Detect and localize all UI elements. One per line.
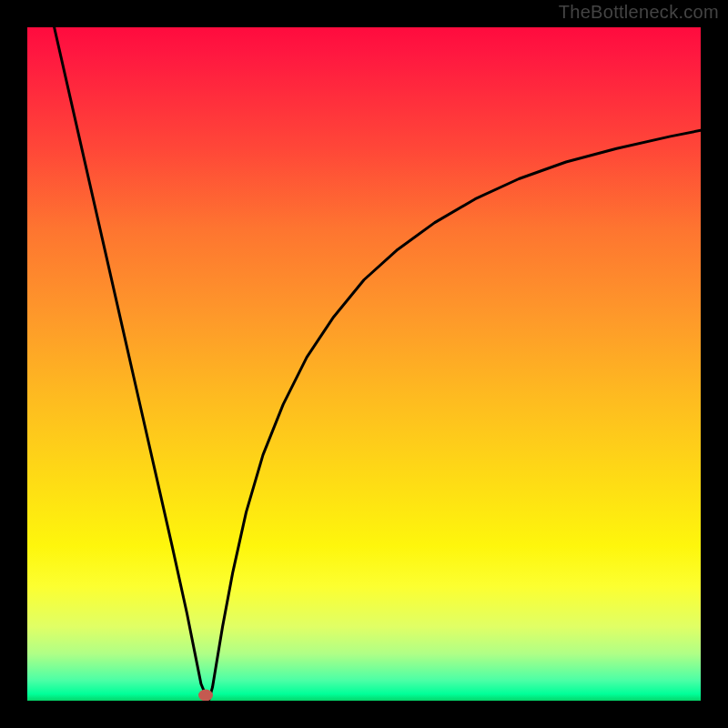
bottleneck-curve: [55, 27, 701, 700]
curve-svg: [27, 27, 701, 701]
plot-area: [27, 27, 701, 701]
attribution-text: TheBottleneck.com: [559, 2, 719, 23]
optimum-marker: [198, 690, 213, 701]
chart-container: TheBottleneck.com: [0, 0, 728, 728]
